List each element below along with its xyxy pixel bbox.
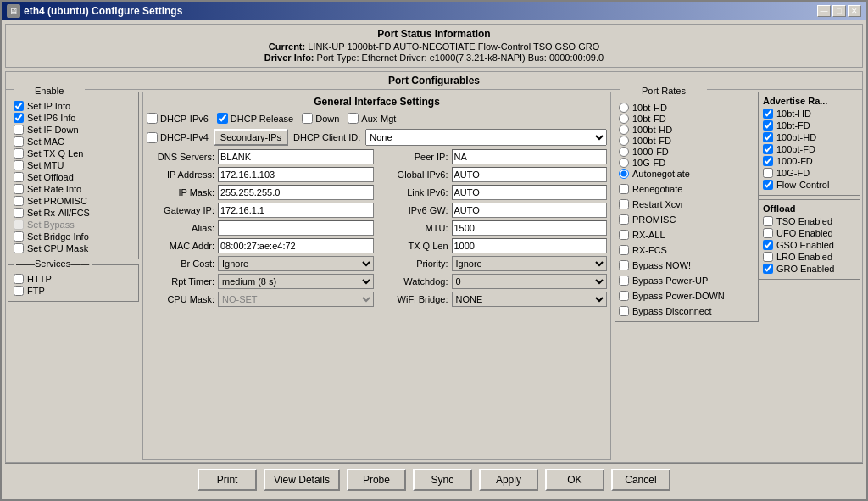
apply-button[interactable]: Apply (479, 469, 538, 491)
mac-addr-input[interactable] (218, 238, 374, 253)
rate-100bt-hd-radio[interactable] (619, 125, 629, 135)
gso-enabled-checkbox[interactable] (763, 240, 773, 250)
peer-ip-input[interactable] (452, 149, 608, 164)
set-ip6-info-checkbox[interactable] (14, 113, 24, 123)
enable-set-mtu: Set MTU (14, 160, 133, 170)
promisc-checkbox[interactable] (619, 214, 629, 225)
set-if-down-label: Set IF Down (27, 125, 79, 135)
set-if-down-checkbox[interactable] (14, 125, 24, 135)
ip-address-input[interactable] (218, 167, 374, 182)
set-ip-info-checkbox[interactable] (14, 101, 24, 111)
dhcp-ipv4-checkbox[interactable] (147, 132, 158, 143)
wifi-bridge-select[interactable]: NONE (452, 292, 608, 307)
secondary-ips-button[interactable]: Secondary-IPs (214, 129, 288, 146)
ok-button[interactable]: OK (545, 469, 604, 491)
adv-flow-control-checkbox[interactable] (763, 180, 773, 190)
rpt-timer-select[interactable]: medium (8 s) (218, 274, 374, 289)
watchdog-select[interactable]: 0 (452, 274, 608, 289)
adv-10bt-hd-checkbox[interactable] (763, 109, 773, 119)
probe-button[interactable]: Probe (347, 469, 406, 491)
ufo-enabled-checkbox[interactable] (763, 228, 773, 238)
set-bridge-info-checkbox[interactable] (14, 231, 24, 242)
adv-10g-fd: 10G-FD (763, 168, 856, 178)
restart-xcvr-checkbox[interactable] (619, 199, 629, 209)
adv-100bt-hd-checkbox[interactable] (763, 132, 773, 142)
lro-enabled-checkbox[interactable] (763, 252, 773, 262)
close-button[interactable]: ✕ (848, 5, 861, 17)
maximize-button[interactable]: □ (832, 5, 846, 17)
tx-q-len-input[interactable] (452, 238, 608, 253)
down-checkbox[interactable] (302, 113, 313, 124)
alias-input[interactable] (218, 220, 374, 236)
cpu-mask-row: CPU Mask: NO-SET (147, 292, 374, 307)
br-cost-select[interactable]: Ignore (218, 256, 374, 271)
dns-servers-input[interactable] (218, 149, 374, 164)
renegotiate-checkbox[interactable] (619, 184, 629, 194)
bypass-now-row: Bypass NOW! (619, 260, 754, 270)
adv-1000-fd-checkbox[interactable] (763, 156, 773, 166)
sync-button[interactable]: Sync (413, 469, 472, 491)
bypass-now-checkbox[interactable] (619, 260, 629, 270)
set-cpu-mask-checkbox[interactable] (14, 243, 24, 253)
rate-autoneg-radio[interactable] (619, 169, 629, 179)
dhcp-release-checkbox[interactable] (217, 113, 228, 124)
mtu-input[interactable] (452, 220, 608, 236)
bypass-power-down-checkbox[interactable] (619, 291, 629, 301)
rate-1000-fd-radio[interactable] (619, 147, 629, 157)
adv-10g-fd-checkbox[interactable] (763, 168, 773, 178)
title-bar: 🖥 eth4 (ubuntu) Configure Settings — □ ✕ (2, 2, 866, 20)
gateway-ip-input[interactable] (218, 203, 374, 218)
rate-10bt-fd-radio[interactable] (619, 114, 629, 124)
link-ipv6-input[interactable] (452, 185, 608, 200)
ftp-checkbox[interactable] (14, 286, 24, 296)
port-rates-box: ——Port Rates—— 10bt-HD 10bt-FD (615, 92, 759, 322)
mtu-row: MTU: (381, 220, 608, 236)
view-details-button[interactable]: View Details (264, 469, 340, 491)
http-checkbox[interactable] (14, 274, 24, 284)
main-area: Port Configurables ——Enable—— Set IP Inf… (5, 71, 863, 463)
minimize-button[interactable]: — (817, 5, 831, 17)
services-legend: ——Services—— (14, 259, 92, 269)
bypass-power-up-checkbox[interactable] (619, 276, 629, 286)
priority-select[interactable]: Ignore (452, 256, 608, 271)
port-status-section: Port Status Information Current: LINK-UP… (5, 24, 863, 68)
set-rate-info-checkbox[interactable] (14, 184, 24, 194)
dhcp-client-id-select[interactable]: None (365, 129, 607, 146)
rate-10bt-hd-radio[interactable] (619, 103, 629, 113)
set-promisc-checkbox[interactable] (14, 196, 24, 206)
set-tx-q-len-checkbox[interactable] (14, 148, 24, 159)
gro-enabled-label: GRO Enabled (776, 264, 834, 274)
print-button[interactable]: Print (198, 469, 257, 491)
rate-100bt-fd-radio[interactable] (619, 136, 629, 146)
gro-enabled-checkbox[interactable] (763, 264, 773, 274)
bypass-disconnect-checkbox[interactable] (619, 306, 629, 316)
set-offload-checkbox[interactable] (14, 172, 24, 182)
set-bridge-info-label: Set Bridge Info (27, 231, 89, 242)
adv-100bt-fd-checkbox[interactable] (763, 144, 773, 154)
ip-mask-input[interactable] (218, 185, 374, 200)
set-cpu-mask-label: Set CPU Mask (27, 243, 88, 253)
global-ipv6-input[interactable] (452, 167, 608, 182)
adv-10bt-fd-checkbox[interactable] (763, 120, 773, 131)
rx-fcs-checkbox[interactable] (619, 245, 629, 255)
set-rx-all-fcs-checkbox[interactable] (14, 208, 24, 218)
main-window: 🖥 eth4 (ubuntu) Configure Settings — □ ✕… (0, 0, 868, 501)
aux-mgt-checkbox[interactable] (348, 113, 359, 124)
dhcp-ipv6-checkbox[interactable] (147, 113, 158, 124)
rx-all-checkbox[interactable] (619, 230, 629, 240)
mac-addr-label: MAC Addr: (147, 241, 214, 251)
cpu-mask-select[interactable]: NO-SET (218, 292, 374, 307)
ipv6-gw-input[interactable] (452, 203, 608, 218)
cancel-button[interactable]: Cancel (611, 469, 670, 491)
current-value: LINK-UP 1000bt-FD AUTO-NEGOTIATE Flow-Co… (308, 42, 599, 52)
set-ip-info-label: Set IP Info (27, 101, 70, 111)
adv-flow-control: Flow-Control (763, 180, 856, 190)
driver-label: Driver Info: (264, 53, 314, 63)
set-mac-checkbox[interactable] (14, 136, 24, 147)
tso-enabled-checkbox[interactable] (763, 216, 773, 226)
current-status-line: Current: LINK-UP 1000bt-FD AUTO-NEGOTIAT… (8, 42, 860, 52)
restart-xcvr-row: Restart Xcvr (619, 199, 754, 209)
rate-10g-fd-radio[interactable] (619, 158, 629, 168)
tso-enabled-row: TSO Enabled (763, 216, 856, 226)
set-mtu-checkbox[interactable] (14, 160, 24, 170)
